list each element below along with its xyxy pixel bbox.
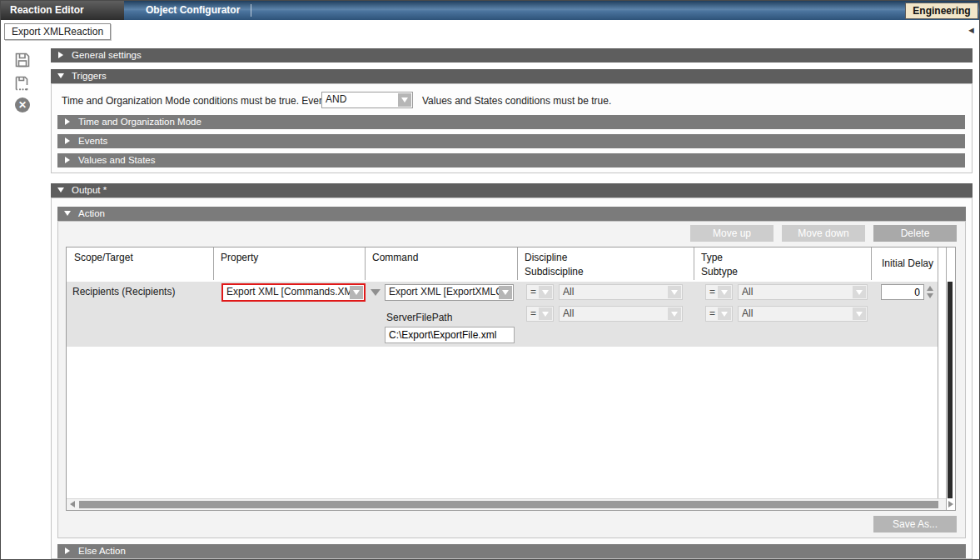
section-values-and-states[interactable]: Values and States [57, 153, 965, 168]
combobox-value: Export XML [Commands.XMLE [223, 285, 350, 299]
save-icon-glyph [14, 52, 31, 68]
column-label: Subdiscipline [525, 266, 584, 278]
combobox-value: = [706, 285, 718, 299]
tab-object-configurator[interactable]: Object Configurator [131, 1, 255, 20]
combobox-value: All [739, 307, 853, 321]
chevron-down-icon[interactable] [718, 286, 731, 298]
combobox-value: Export XML [ExportXMLCor [386, 285, 499, 299]
row-scope-target: Recipients (Recipients) [72, 286, 175, 298]
column-label: Subtype [701, 266, 738, 278]
subtype-combobox[interactable]: All [738, 306, 868, 322]
move-down-button[interactable]: Move down [782, 225, 865, 242]
type-operator-combobox[interactable]: = [705, 284, 733, 300]
chevron-right-icon [65, 548, 70, 554]
chevron-down-icon[interactable] [539, 286, 552, 298]
section-output[interactable]: Output * [51, 183, 973, 198]
save-as-button[interactable]: Save As... [873, 516, 957, 532]
section-label: Time and Organization Mode [78, 117, 201, 127]
section-events[interactable]: Events [57, 134, 965, 148]
discipline-operator-combobox[interactable]: = [526, 284, 554, 300]
save-as-icon-glyph [14, 75, 31, 92]
tab-reaction-editor[interactable]: Reaction Editor [1, 1, 124, 20]
chevron-down-icon[interactable] [539, 308, 552, 320]
section-label: Else Action [78, 546, 126, 556]
discard-icon[interactable]: ✕ [15, 98, 30, 112]
chevron-down-icon[interactable] [499, 286, 512, 299]
section-action[interactable]: Action [57, 207, 966, 221]
discipline-combobox[interactable]: All [559, 284, 683, 300]
section-time-and-organization-mode[interactable]: Time and Organization Mode [57, 115, 965, 129]
combobox-value: = [527, 307, 539, 321]
section-else-action[interactable]: Else Action [57, 544, 966, 558]
chevron-down-icon[interactable] [350, 286, 363, 299]
column-divider [946, 248, 947, 510]
chevron-right-icon [58, 52, 63, 58]
chevron-down-icon[interactable] [853, 308, 866, 320]
column-divider [365, 248, 366, 280]
section-triggers[interactable]: Triggers [51, 69, 973, 83]
doc-tab-export-xmlreaction[interactable]: Export XMLReaction [4, 23, 111, 40]
column-divider [871, 248, 872, 280]
column-label: Discipline [525, 252, 567, 263]
tab-bar-divider [251, 4, 251, 17]
command-combobox[interactable]: Export XML [ExportXMLCor [385, 284, 514, 301]
column-label: Type [701, 252, 723, 263]
combobox-value: All [560, 285, 668, 299]
chevron-right-icon [65, 157, 70, 163]
move-up-button[interactable]: Move up [690, 225, 774, 242]
server-file-path-input[interactable] [385, 327, 515, 343]
section-label: Events [78, 136, 107, 146]
scroll-right-icon[interactable] [948, 501, 953, 508]
chevron-right-icon [65, 118, 70, 125]
combobox-value: = [527, 285, 539, 299]
column-label: Property [221, 252, 258, 263]
subdiscipline-combobox[interactable]: All [559, 306, 683, 322]
reaction-editor-window: Reaction Editor Object Configurator Engi… [0, 0, 980, 560]
scroll-left-icon[interactable] [70, 501, 75, 508]
chevron-down-icon[interactable] [853, 286, 866, 298]
engineering-mode-button[interactable]: Engineering [905, 2, 978, 19]
section-label: Action [78, 208, 105, 218]
trigger-condition-text-left: Time and Organization Mode conditions mu… [62, 95, 332, 107]
column-divider [938, 248, 938, 510]
chevron-right-icon [65, 138, 70, 144]
spinner-down-icon[interactable] [927, 293, 933, 298]
save-icon[interactable] [14, 52, 31, 68]
spinner-up-icon[interactable] [927, 286, 933, 291]
vertical-scrollbar[interactable] [948, 282, 953, 498]
events-operator-combobox[interactable]: AND [321, 92, 413, 108]
initial-delay-input[interactable] [881, 284, 924, 300]
property-combobox[interactable]: Export XML [Commands.XMLE [222, 284, 365, 301]
column-label: Scope/Target [74, 252, 133, 263]
chevron-down-icon[interactable] [398, 93, 411, 107]
collapse-panel-icon[interactable]: ◄ [967, 25, 976, 35]
chevron-down-icon[interactable] [668, 286, 681, 298]
section-label: Output * [72, 185, 107, 195]
subdiscipline-operator-combobox[interactable]: = [526, 306, 554, 322]
trigger-condition-text-right: Values and States conditions must be tru… [422, 95, 611, 107]
section-label: Values and States [78, 155, 156, 165]
column-divider [213, 248, 214, 280]
chevron-down-icon [64, 211, 71, 216]
server-file-path-label: ServerFilePath [386, 312, 452, 323]
chevron-down-icon[interactable] [718, 308, 731, 320]
subtype-operator-combobox[interactable]: = [705, 306, 733, 322]
chevron-down-icon [57, 73, 64, 78]
type-combobox[interactable]: All [738, 284, 868, 300]
combobox-value: = [706, 307, 718, 321]
column-divider [694, 248, 694, 280]
horizontal-scrollbar-thumb[interactable] [79, 501, 938, 508]
column-label: Initial Delay [882, 258, 937, 269]
command-expander-icon[interactable] [371, 289, 381, 296]
delete-button[interactable]: Delete [873, 225, 957, 242]
combobox-value: All [560, 307, 668, 321]
section-label: General settings [72, 50, 142, 60]
combobox-value: AND [322, 92, 398, 107]
column-label: Command [372, 252, 418, 263]
section-label: Triggers [72, 71, 107, 81]
save-as-icon[interactable] [14, 75, 31, 92]
column-divider [517, 248, 518, 280]
column-header-initial-delay[interactable]: Initial Delay [872, 248, 937, 280]
chevron-down-icon[interactable] [668, 308, 681, 320]
section-general-settings[interactable]: General settings [51, 48, 973, 62]
